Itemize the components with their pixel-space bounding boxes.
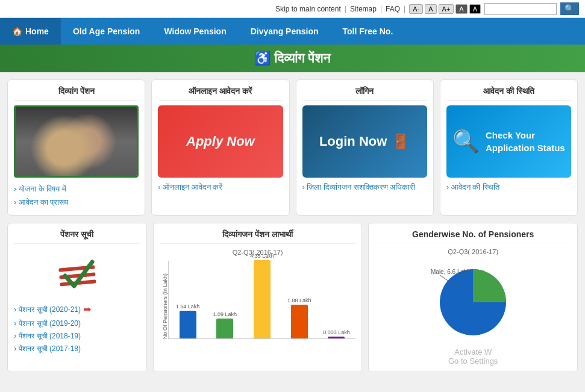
pie-area: Male, 6.6 Lakh: [375, 260, 571, 344]
apply-link[interactable]: ऑनलाइन आवेदन करें: [158, 182, 222, 191]
y-axis-label: No Of Pensioners (In Lakh): [160, 261, 168, 339]
main-content: दिव्यांग पेंशन योजना के विषय में आवेदन क…: [0, 72, 585, 379]
nav-widow[interactable]: Widow Pension: [152, 18, 238, 45]
nav-home[interactable]: 🏠 Home: [0, 18, 61, 45]
bar-3: 4.35 Lakh: [246, 253, 278, 338]
bar-chart-card: दिव्यांगजन पेंशन लाभार्थी Q2-Q3( 2016-17…: [153, 223, 363, 372]
nav-old-age[interactable]: Old Age Pension: [61, 18, 152, 45]
bottom-cards: पेंशनर सूची पेंशनर सूची (2020-21) ➡ पेंश…: [7, 223, 578, 372]
login-card-title: लॉगिन: [302, 86, 427, 101]
divyang-card: दिव्यांग पेंशन योजना के विषय में आवेदन क…: [7, 79, 145, 216]
pensioner-list-card: पेंशनर सूची पेंशनर सूची (2020-21) ➡ पेंश…: [7, 223, 147, 372]
divyang-image: [14, 105, 139, 178]
pensioner-link-4[interactable]: पेंशनर सूची (2017-18): [14, 342, 140, 355]
bar-4: 1.88 Lakh: [283, 297, 316, 338]
apply-card-title: ऑनलाइन आवेदन करें: [158, 86, 283, 101]
font-contrast1-btn[interactable]: A: [455, 4, 467, 14]
bar-2: 1.09 Lakh: [208, 311, 241, 338]
top-bar: Skip to main content | Sitemap | FAQ | A…: [0, 0, 585, 18]
font-normal-btn[interactable]: A: [425, 4, 436, 14]
status-card-title: आवेदन की स्थिति: [446, 86, 571, 101]
login-link: › ज़िला दिव्यांगजन सशक्तिकरण अधिकारी: [302, 182, 416, 191]
font-contrast2-btn[interactable]: A: [469, 4, 481, 14]
watermark: Activate WGo to Settings: [375, 347, 571, 366]
home-icon: 🏠: [12, 26, 22, 36]
status-card: आवेदन की स्थिति 🔍 Check Your Application…: [440, 79, 578, 216]
font-decrease-btn[interactable]: A-: [409, 4, 423, 14]
top-cards: दिव्यांग पेंशन योजना के विषय में आवेदन क…: [7, 79, 578, 216]
pie-chart-card: Genderwise No. of Pensioners Q2-Q3( 2016…: [368, 223, 578, 372]
pensioner-link-3[interactable]: पेंशनर सूची (2018-19): [14, 329, 140, 342]
arrow-icon: ➡: [83, 303, 91, 315]
bar-chart-area: 1.54 Lakh 1.09 Lakh 4.35 Lakh: [168, 261, 356, 339]
bar-chart-title: दिव्यांगजन पेंशन लाभार्थी: [160, 229, 356, 244]
search-button[interactable]: 🔍: [560, 2, 579, 15]
bar-5: 0.003 Lakh: [321, 329, 353, 338]
page-header: ♿ दिव्यांग पेंशन: [0, 45, 585, 72]
pensioner-link-1[interactable]: पेंशनर सूची (2020-21) ➡: [14, 302, 140, 317]
pie-chart-title: Genderwise No. of Pensioners: [375, 229, 571, 243]
pie-svg: Male, 6.6 Lakh: [428, 263, 518, 341]
login-icon: 🚪: [392, 133, 410, 150]
faq-link[interactable]: FAQ: [386, 5, 400, 13]
skip-link[interactable]: Skip to main content: [275, 5, 341, 13]
pensioner-links: पेंशनर सूची (2020-21) ➡ पेंशनर सूची (201…: [14, 302, 140, 355]
navbar: 🏠 Home Old Age Pension Widow Pension Div…: [0, 18, 585, 45]
apply-card: ऑनलाइन आवेदन करें Apply Now ऑनलाइन आवेदन…: [151, 79, 289, 216]
check-status-button[interactable]: 🔍 Check Your Application Status: [446, 105, 571, 178]
magnify-icon: 🔍: [452, 129, 480, 154]
nav-divyang[interactable]: Divyang Pension: [239, 18, 331, 45]
font-controls: A- A A+ A A: [409, 4, 481, 14]
nav-toll-free[interactable]: Toll Free No.: [331, 18, 405, 45]
login-now-button[interactable]: Login Now 🚪: [302, 105, 427, 178]
search-input[interactable]: [484, 3, 557, 15]
pensioner-link-2[interactable]: पेंशनर सूची (2019-20): [14, 317, 140, 329]
status-link: › आवेदन की स्थिति: [446, 182, 499, 191]
svg-text:Male, 6.6 Lakh: Male, 6.6 Lakh: [431, 269, 471, 275]
divyang-card-title: दिव्यांग पेंशन: [14, 86, 139, 101]
divyang-links: योजना के विषय में आवेदन का प्रारूप: [14, 182, 139, 209]
login-card: लॉगिन Login Now 🚪 › ज़िला दिव्यांगजन सशक…: [296, 79, 434, 216]
sitemap-link[interactable]: Sitemap: [350, 5, 377, 13]
bar-1: 1.54 Lakh: [172, 303, 204, 338]
apply-now-button[interactable]: Apply Now: [158, 105, 283, 178]
pensioner-list-title: पेंशनर सूची: [14, 229, 140, 244]
divyang-link-2[interactable]: आवेदन का प्रारूप: [19, 198, 68, 207]
pie-chart-subtitle: Q2-Q3( 2016-17): [375, 248, 571, 255]
divyang-link-1[interactable]: योजना के विषय में: [19, 184, 66, 193]
font-increase-btn[interactable]: A+: [439, 4, 454, 14]
pensioner-checkmark: [53, 249, 101, 297]
